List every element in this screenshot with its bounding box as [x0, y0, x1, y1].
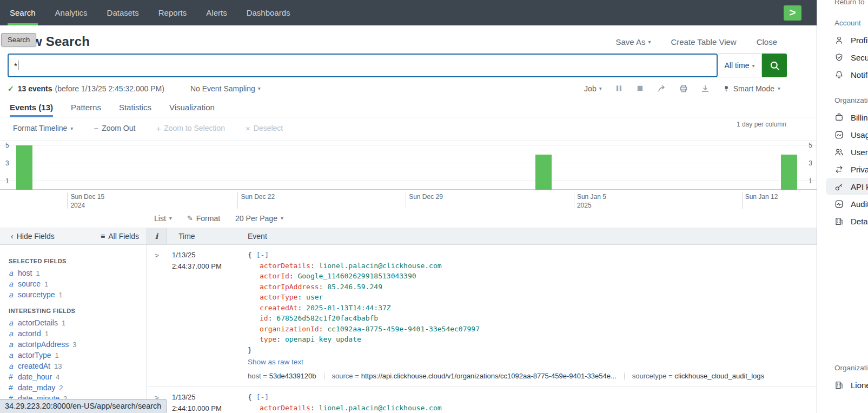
- view-selector[interactable]: List▾: [154, 214, 172, 223]
- event-sampling-dropdown[interactable]: No Event Sampling▾: [190, 84, 261, 93]
- field-date_hour[interactable]: #date_hour4: [9, 372, 147, 383]
- nav-item-datasets[interactable]: Datasets: [97, 0, 149, 25]
- sidebar-item-label: Billing: [851, 113, 868, 122]
- nav-item-search[interactable]: Search: [0, 0, 45, 25]
- field-sourcetype[interactable]: asourcetype1: [9, 290, 147, 301]
- nav-item-reports[interactable]: Reports: [149, 0, 197, 25]
- sidebar-item-secur[interactable]: Secur: [834, 49, 868, 66]
- hide-fields-label: Hide Fields: [17, 232, 55, 241]
- tab-patterns[interactable]: Patterns: [71, 97, 101, 117]
- field-name: date_mday: [18, 383, 55, 392]
- nav-item-analytics[interactable]: Analytics: [45, 0, 97, 25]
- section-header-0: Account: [834, 19, 868, 27]
- json-key: createdAt: [260, 304, 297, 312]
- x-axis-tick: Sun Jan 12: [742, 192, 778, 209]
- sidebar-item-audit[interactable]: Audit: [834, 195, 868, 212]
- format-timeline-button[interactable]: Format Timeline▾: [13, 124, 73, 133]
- sidebar-item-notifi[interactable]: Notifi: [834, 66, 868, 83]
- share-button[interactable]: [657, 84, 666, 93]
- sidebar-item-lione[interactable]: Lione: [834, 376, 868, 394]
- person-icon: [834, 36, 844, 45]
- meta-sourcetype[interactable]: sourcetype =clickhouse_cloud_audit_logs: [632, 372, 764, 380]
- interesting-fields-title: INTERESTING FIELDS: [9, 308, 147, 314]
- field-date_mday[interactable]: #date_mday2: [9, 383, 147, 394]
- string-type-icon: a: [9, 329, 14, 338]
- event-count-detail: (before 1/13/25 2:45:32.000 PM): [55, 84, 164, 93]
- field-host[interactable]: ahost1: [9, 269, 147, 279]
- export-button[interactable]: [701, 84, 710, 93]
- label: Zoom Out: [102, 124, 135, 132]
- sidebar-item-usag[interactable]: Usag: [834, 126, 868, 143]
- search-button[interactable]: [762, 54, 787, 77]
- nav-item-dashboards[interactable]: Dashboards: [237, 0, 300, 25]
- search-mode-dropdown[interactable]: Smart Mode▾: [723, 84, 780, 93]
- y-axis-label: 5: [809, 142, 812, 149]
- save-as-button[interactable]: Save As▾: [615, 37, 651, 46]
- sidebar-item-privat[interactable]: Privat: [834, 161, 868, 178]
- timeline-bar[interactable]: [535, 155, 552, 190]
- search-input[interactable]: *: [8, 54, 718, 77]
- per-page-selector[interactable]: 20 Per Page▾: [235, 214, 283, 223]
- selected-fields-title: SELECTED FIELDS: [9, 258, 147, 264]
- meta-separator: [624, 372, 625, 380]
- timeline-chart[interactable]: 113355Sun Dec 152024Sun Dec 22Sun Dec 29…: [0, 139, 817, 208]
- fields-sidebar-header: ‹Hide Fields ≡All Fields: [0, 228, 147, 245]
- show-raw-text-link[interactable]: Show as raw text: [248, 358, 303, 366]
- chart-plot: 113355Sun Dec 152024Sun Dec 22Sun Dec 29…: [16, 141, 801, 190]
- timeline-bar[interactable]: [781, 155, 797, 190]
- tab-statistics[interactable]: Statistics: [119, 97, 151, 117]
- tick-label: Sun Dec 22: [241, 192, 275, 201]
- create-table-view-button[interactable]: Create Table View: [671, 37, 736, 46]
- sidebar-item-billing[interactable]: Billing: [834, 109, 868, 126]
- json-field-line: actorId: Google_114602629918513043390: [248, 271, 817, 282]
- field-count: 1: [62, 319, 65, 327]
- event-date: 1/13/25: [172, 392, 242, 403]
- sidebar-item-label: Secur: [851, 53, 868, 62]
- format-button[interactable]: ✎Format: [187, 214, 220, 223]
- pause-button[interactable]: [615, 84, 623, 92]
- hide-fields-button[interactable]: ‹Hide Fields: [11, 232, 55, 241]
- return-link[interactable]: Return to: [834, 0, 868, 6]
- field-actorIpAddress[interactable]: aactorIpAddress3: [9, 340, 147, 351]
- chevron-down-icon: ▾: [599, 85, 602, 91]
- clickhouse-panel: Return to AccountProfilSecurNotifiOrgani…: [817, 0, 868, 413]
- meta-source[interactable]: source =https://api.clickhouse.cloud/v1/…: [332, 372, 617, 380]
- collapse-toggle[interactable]: [-]: [256, 393, 269, 401]
- time-range-label: All time: [725, 61, 750, 70]
- sidebar-item-users[interactable]: Users: [834, 143, 868, 161]
- selected-fields: ahost1asource1asourcetype1: [9, 269, 147, 301]
- tab-events[interactable]: Events (13): [10, 97, 53, 117]
- string-type-icon: a: [9, 290, 14, 299]
- close-button[interactable]: Close: [757, 37, 777, 46]
- field-count: 1: [55, 351, 58, 359]
- stop-button[interactable]: [636, 84, 644, 92]
- timeline-bar[interactable]: [16, 145, 32, 190]
- print-button[interactable]: [679, 84, 688, 93]
- event-time: 1/13/252:44:10.000 PM: [167, 392, 242, 413]
- sidebar-item-detai[interactable]: Detai: [834, 212, 868, 230]
- collapse-toggle[interactable]: [-]: [256, 251, 269, 259]
- field-source[interactable]: asource1: [9, 279, 147, 290]
- search-icon: [770, 61, 780, 71]
- nav-item-alerts[interactable]: Alerts: [196, 0, 236, 25]
- field-name: host: [18, 269, 32, 277]
- sampling-label: No Event Sampling: [190, 84, 255, 93]
- expand-chevron-icon[interactable]: >: [147, 250, 167, 380]
- field-actorType[interactable]: aactorType1: [9, 351, 147, 362]
- all-fields-button[interactable]: ≡All Fields: [101, 232, 139, 241]
- tab-visualization[interactable]: Visualization: [169, 97, 215, 117]
- time-range-picker[interactable]: All time▾: [718, 54, 762, 77]
- field-actorDetails[interactable]: aactorDetails1: [9, 318, 147, 329]
- splunk-logo[interactable]: >: [784, 5, 801, 21]
- meta-host[interactable]: host =53de4339120b: [248, 372, 316, 380]
- event-column-header: Event: [242, 232, 817, 241]
- format-label: Format: [196, 214, 220, 223]
- zoom-out-button[interactable]: −Zoom Out: [94, 124, 135, 133]
- sidebar-item-api-ke[interactable]: API ke: [826, 178, 868, 195]
- sidebar-item-profil[interactable]: Profil: [834, 31, 868, 49]
- job-menu[interactable]: Job▾: [584, 84, 602, 93]
- app: SearchAnalyticsDatasetsReportsAlertsDash…: [0, 0, 868, 413]
- timeline-toolbar: Format Timeline▾−Zoom Out+Zoom to Select…: [13, 124, 283, 133]
- field-actorId[interactable]: aactorId1: [9, 329, 147, 340]
- field-createdAt[interactable]: acreatedAt13: [9, 362, 147, 372]
